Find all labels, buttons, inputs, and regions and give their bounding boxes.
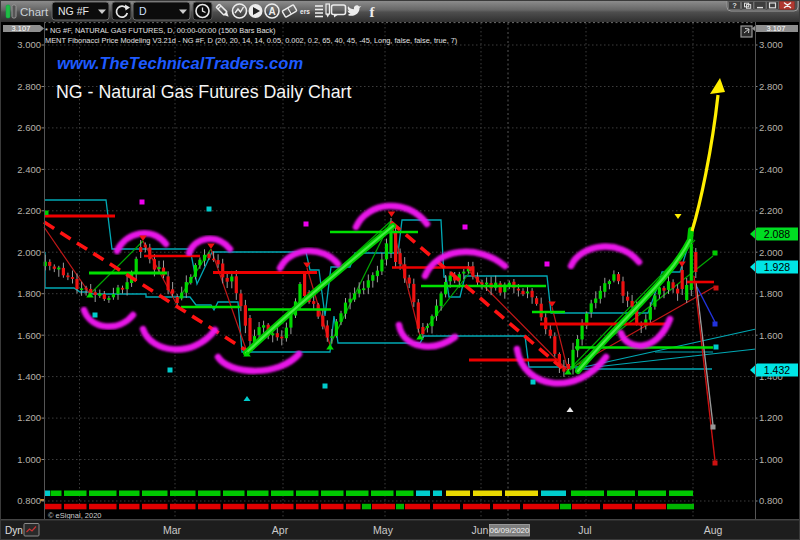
- svg-text:* NG #F, NATURAL GAS FUTURES,: * NG #F, NATURAL GAS FUTURES, D, 00:00-0…: [45, 26, 275, 35]
- svg-text:A: A: [268, 6, 275, 17]
- svg-text:D: D: [139, 5, 147, 17]
- svg-text:2.800: 2.800: [17, 81, 41, 92]
- svg-text:© eSignal, 2020: © eSignal, 2020: [48, 511, 101, 520]
- svg-text:2.400: 2.400: [759, 164, 783, 175]
- svg-text:Jun: Jun: [472, 524, 489, 536]
- svg-text:2.800: 2.800: [759, 81, 783, 92]
- svg-text:NG #F: NG #F: [58, 5, 89, 17]
- svg-text:2.200: 2.200: [759, 205, 783, 216]
- svg-text:?: ?: [732, 1, 737, 10]
- svg-text:MENT Fibonacci Price Modeling: MENT Fibonacci Price Modeling V3.21d - N…: [45, 36, 457, 45]
- svg-text:2.600: 2.600: [759, 122, 783, 133]
- svg-text:Mar: Mar: [163, 524, 182, 536]
- svg-text:1.928: 1.928: [764, 261, 790, 273]
- svg-text:1.000: 1.000: [17, 454, 41, 465]
- svg-text:Chart: Chart: [20, 6, 49, 18]
- svg-text:ers: ers: [300, 8, 310, 15]
- svg-text:3.000: 3.000: [17, 39, 41, 50]
- svg-text:2.400: 2.400: [17, 164, 41, 175]
- svg-text:2.088: 2.088: [764, 228, 790, 240]
- svg-text:1.800: 1.800: [759, 288, 783, 299]
- svg-text:1.000: 1.000: [759, 454, 783, 465]
- svg-text:2.000: 2.000: [759, 247, 783, 258]
- svg-text:1.600: 1.600: [17, 330, 41, 341]
- svg-text:1.200: 1.200: [17, 412, 41, 423]
- svg-text:May: May: [373, 524, 394, 536]
- svg-text:0.800: 0.800: [17, 495, 41, 506]
- svg-text:1.432: 1.432: [764, 364, 790, 376]
- svg-text:2.600: 2.600: [17, 122, 41, 133]
- svg-text:06/09/2020: 06/09/2020: [489, 526, 530, 535]
- svg-text:NG - Natural Gas Futures Daily: NG - Natural Gas Futures Daily Chart: [56, 82, 352, 102]
- svg-text:www.TheTechnicalTraders.com: www.TheTechnicalTraders.com: [57, 54, 303, 72]
- svg-text:Aug: Aug: [704, 524, 723, 536]
- svg-text:2.200: 2.200: [17, 205, 41, 216]
- svg-text:1.600: 1.600: [759, 330, 783, 341]
- svg-text:Dyn: Dyn: [5, 525, 23, 536]
- svg-text:2.000: 2.000: [17, 247, 41, 258]
- svg-text:Apr: Apr: [272, 524, 289, 536]
- svg-text:Jul: Jul: [578, 524, 591, 536]
- svg-text:3.107: 3.107: [767, 24, 786, 33]
- svg-text:3.000: 3.000: [759, 39, 783, 50]
- svg-text:1.800: 1.800: [17, 288, 41, 299]
- svg-text:1.200: 1.200: [759, 412, 783, 423]
- svg-text:1.400: 1.400: [17, 371, 41, 382]
- svg-text:3.107: 3.107: [12, 24, 31, 33]
- svg-text:0.800: 0.800: [759, 495, 783, 506]
